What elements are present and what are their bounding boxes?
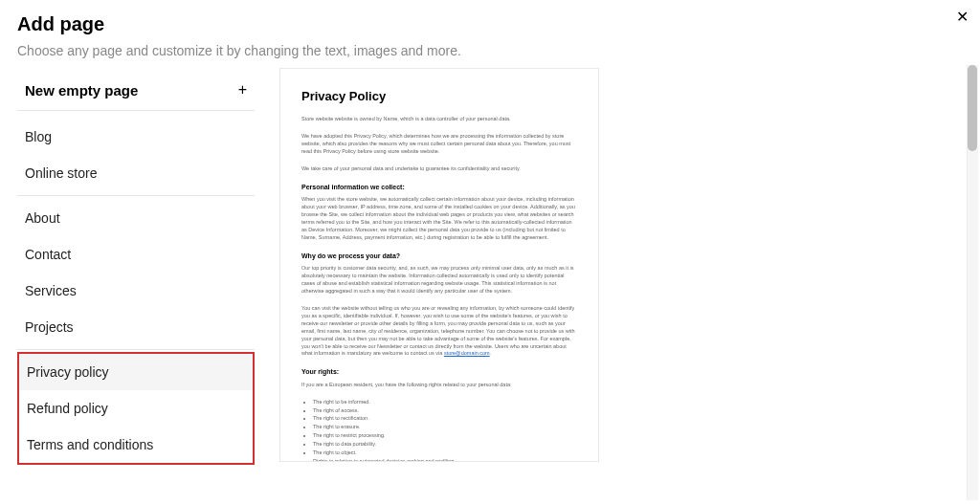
sidebar-item-blog[interactable]: Blog	[17, 119, 255, 155]
list-item: Rights in relation to automated decision…	[313, 458, 577, 462]
preview-rights-list: The right to be informed. The right of a…	[301, 399, 577, 462]
sidebar-group-3-highlighted: Privacy policy Refund policy Terms and c…	[17, 352, 255, 465]
sidebar-item-about[interactable]: About	[17, 200, 255, 236]
preview-intro: We take care of your personal data and u…	[301, 165, 577, 173]
sidebar-group-1: Blog Online store	[17, 115, 255, 196]
sidebar-item-projects[interactable]: Projects	[17, 309, 255, 345]
sidebar-item-services[interactable]: Services	[17, 273, 255, 309]
list-item: The right to erasure.	[313, 424, 577, 431]
new-empty-label: New empty page	[25, 82, 138, 99]
page-title: Add page	[17, 13, 963, 35]
sidebar-item-label: Services	[25, 283, 77, 298]
preview-intro: We have adopted this Privacy Policy, whi…	[301, 133, 577, 156]
preview-section-lead: If you are a European resident, you have…	[301, 382, 577, 389]
list-item: The right to restrict processing.	[313, 432, 577, 440]
sidebar-item-label: Online store	[25, 165, 97, 181]
list-item: The right of access.	[313, 407, 577, 415]
scrollbar[interactable]	[967, 65, 978, 500]
sidebar-item-label: About	[25, 210, 60, 226]
preview-section-body: You can visit the website without tellin…	[301, 305, 577, 359]
header: Add page Choose any page and customize i…	[0, 0, 980, 64]
preview-section-title: Why do we process your data?	[301, 252, 577, 261]
sidebar-item-terms-conditions[interactable]: Terms and conditions	[19, 427, 253, 463]
close-icon[interactable]: ✕	[956, 8, 969, 26]
sidebar-item-privacy-policy[interactable]: Privacy policy	[19, 354, 253, 390]
list-item: The right to object.	[313, 449, 577, 457]
page-preview[interactable]: Privacy Policy Store website website is …	[279, 68, 599, 462]
preview-intro: Store website website is owned by Name, …	[301, 116, 577, 123]
sidebar-group-2: About Contact Services Projects	[17, 196, 255, 350]
scroll-thumb[interactable]	[968, 65, 977, 151]
plus-icon: +	[238, 81, 247, 99]
new-empty-page-button[interactable]: New empty page +	[17, 70, 255, 111]
sidebar-item-label: Terms and conditions	[27, 437, 153, 452]
preview-text: You can visit the website without tellin…	[301, 305, 575, 357]
preview-section-body: Our top priority is customer data securi…	[301, 265, 577, 296]
list-item: The right to be informed.	[313, 399, 577, 406]
sidebar-item-refund-policy[interactable]: Refund policy	[19, 390, 253, 427]
sidebar-item-contact[interactable]: Contact	[17, 236, 255, 273]
preview-section-title: Your rights:	[301, 367, 577, 377]
sidebar-item-label: Projects	[25, 319, 74, 335]
preview-area: Privacy Policy Store website website is …	[279, 64, 963, 465]
page-subtitle: Choose any page and customize it by chan…	[17, 43, 963, 58]
sidebar-item-label: Refund policy	[27, 401, 108, 416]
preview-email-link[interactable]: store@domain.com	[444, 350, 490, 356]
sidebar: New empty page + Blog Online store About…	[17, 64, 255, 465]
preview-section-body: When you visit the store website, we aut…	[301, 196, 577, 242]
preview-section-title: Personal information we collect:	[301, 183, 577, 192]
sidebar-item-label: Privacy policy	[27, 364, 109, 380]
list-item: The right to rectification.	[313, 415, 577, 423]
sidebar-item-online-store[interactable]: Online store	[17, 155, 255, 191]
sidebar-item-label: Blog	[25, 129, 52, 144]
sidebar-item-label: Contact	[25, 247, 71, 262]
list-item: The right to data portability.	[313, 441, 577, 449]
preview-title: Privacy Policy	[301, 88, 577, 106]
